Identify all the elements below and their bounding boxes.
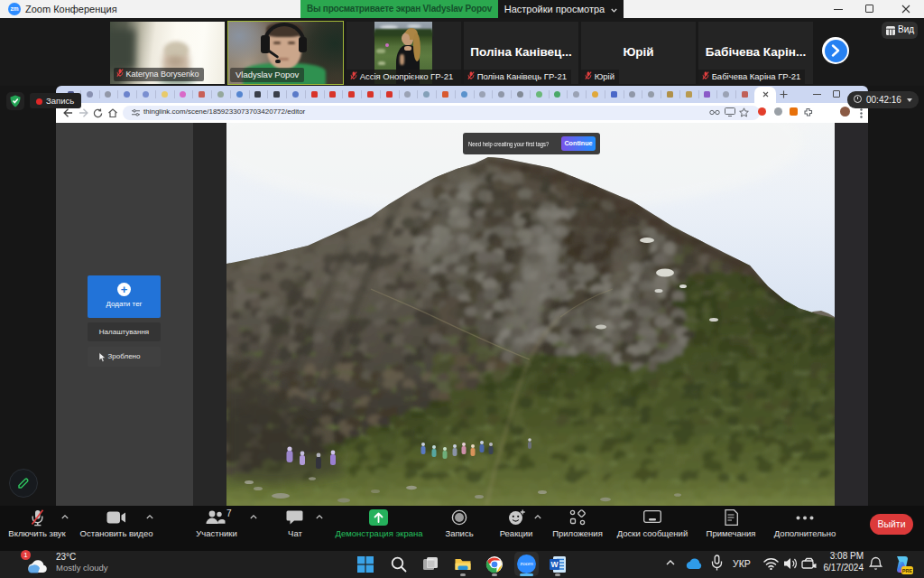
svg-text:W: W [550,560,559,569]
svg-text:PRE: PRE [902,568,913,573]
